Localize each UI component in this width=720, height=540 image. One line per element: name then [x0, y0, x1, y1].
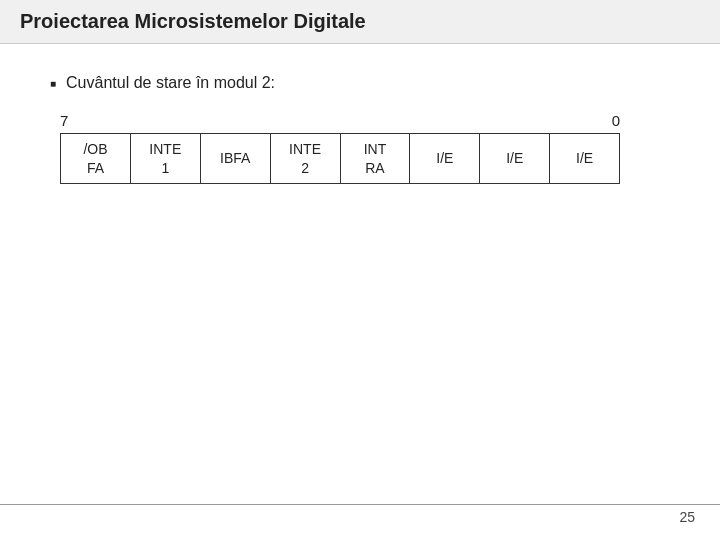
table-row: /OBFA INTE1 IBFA INTE2 INTRA I/E I/E I/E: [61, 134, 620, 184]
table-section: 7 0 /OBFA INTE1 IBFA INTE2 INTRA I/E I/E…: [60, 112, 670, 184]
slide-container: Proiectarea Microsistemelor Digitale ■ C…: [0, 0, 720, 540]
cell-3: INTE2: [270, 134, 340, 184]
content-area: ■ Cuvântul de stare în modul 2: 7 0 /OBF…: [0, 44, 720, 214]
top-bar: Proiectarea Microsistemelor Digitale: [0, 0, 720, 44]
bit-high-label: 7: [60, 112, 68, 129]
cell-4: INTRA: [340, 134, 410, 184]
cell-1: INTE1: [130, 134, 200, 184]
bottom-line: [0, 504, 720, 505]
slide-title: Proiectarea Microsistemelor Digitale: [20, 10, 366, 33]
cell-5: I/E: [410, 134, 480, 184]
page-number: 25: [679, 509, 695, 525]
cell-6: I/E: [480, 134, 550, 184]
cell-0: /OBFA: [61, 134, 131, 184]
bit-label-row: 7 0: [60, 112, 620, 129]
bullet-item: ■ Cuvântul de stare în modul 2:: [50, 74, 670, 92]
bit-low-label: 0: [612, 112, 620, 129]
register-table: /OBFA INTE1 IBFA INTE2 INTRA I/E I/E I/E: [60, 133, 620, 184]
cell-2: IBFA: [200, 134, 270, 184]
bullet-text: Cuvântul de stare în modul 2:: [66, 74, 275, 92]
cell-7: I/E: [550, 134, 620, 184]
bullet-dot: ■: [50, 78, 56, 89]
